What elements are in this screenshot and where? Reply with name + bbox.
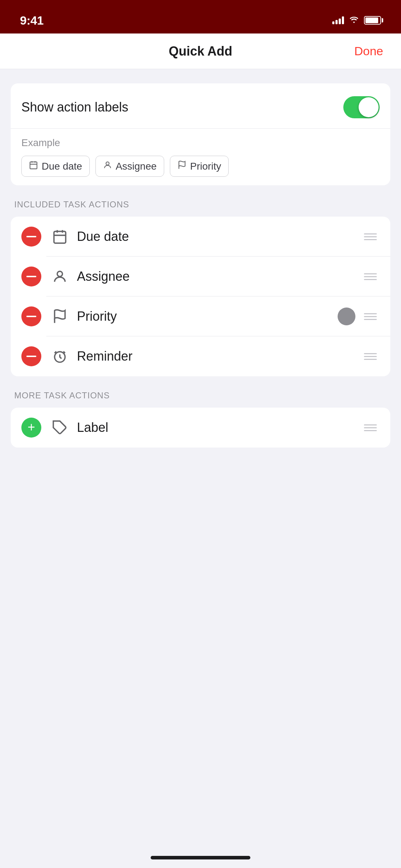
status-bar: 9:41	[0, 0, 401, 33]
included-section-header: INCLUDED TASK ACTIONS	[11, 200, 390, 210]
example-section: Example Due date	[21, 129, 380, 185]
priority-drag-dot[interactable]	[338, 308, 355, 325]
add-label-button[interactable]	[21, 418, 41, 438]
person-icon	[50, 267, 70, 286]
chip-assignee: Assignee	[95, 156, 164, 177]
more-task-list: Label	[11, 408, 390, 448]
assignee-label: Assignee	[77, 269, 361, 284]
done-button[interactable]: Done	[354, 44, 383, 58]
task-item-due-date: Due date	[11, 217, 390, 257]
signal-icon	[332, 16, 344, 24]
nav-bar: Quick Add Done	[0, 33, 401, 69]
status-time: 9:41	[20, 14, 43, 27]
label-label: Label	[77, 420, 361, 435]
drag-handle-due-date[interactable]	[361, 231, 380, 243]
flag-chip-icon	[177, 160, 187, 172]
task-item-label: Label	[11, 408, 390, 448]
task-item-reminder: Reminder	[11, 336, 390, 376]
example-label: Example	[21, 137, 380, 149]
chip-due-date-label: Due date	[42, 161, 82, 172]
remove-priority-button[interactable]	[21, 306, 41, 326]
wifi-icon	[349, 15, 359, 25]
remove-assignee-button[interactable]	[21, 267, 41, 286]
svg-point-10	[57, 271, 63, 277]
task-item-assignee: Assignee	[11, 257, 390, 296]
included-task-list: Due date Assignee	[11, 217, 390, 376]
show-action-labels-card: Show action labels Example Due date	[11, 83, 390, 185]
due-date-label: Due date	[77, 229, 361, 244]
remove-reminder-button[interactable]	[21, 346, 41, 366]
show-action-labels-row: Show action labels	[21, 83, 380, 128]
chip-assignee-label: Assignee	[116, 161, 157, 172]
flag-icon	[50, 306, 70, 326]
drag-handle-reminder[interactable]	[361, 350, 380, 363]
calendar-chip-icon	[29, 160, 38, 172]
person-chip-icon	[103, 160, 112, 172]
drag-handle-priority[interactable]	[361, 310, 380, 323]
task-item-priority: Priority	[11, 296, 390, 336]
more-section-header: MORE TASK ACTIONS	[11, 391, 390, 401]
chip-priority-label: Priority	[190, 161, 221, 172]
priority-label: Priority	[77, 309, 338, 324]
home-indicator	[151, 856, 250, 859]
reminder-label: Reminder	[77, 349, 361, 364]
svg-rect-6	[54, 231, 66, 243]
clock-icon	[50, 346, 70, 366]
drag-handle-label[interactable]	[361, 422, 380, 434]
battery-icon	[364, 16, 381, 25]
show-action-labels-label: Show action labels	[21, 100, 128, 115]
calendar-icon	[50, 227, 70, 247]
page-title: Quick Add	[169, 44, 233, 59]
status-icons	[332, 15, 381, 25]
chip-due-date: Due date	[21, 156, 90, 177]
svg-point-4	[106, 162, 109, 165]
remove-due-date-button[interactable]	[21, 227, 41, 247]
svg-rect-0	[30, 162, 37, 169]
toggle-knob	[359, 97, 379, 117]
example-chips: Due date Assignee	[21, 156, 380, 177]
show-action-labels-toggle[interactable]	[343, 96, 380, 118]
content-area: Show action labels Example Due date	[0, 69, 401, 476]
drag-handle-assignee[interactable]	[361, 270, 380, 283]
tag-icon	[50, 418, 70, 438]
chip-priority: Priority	[170, 156, 229, 177]
